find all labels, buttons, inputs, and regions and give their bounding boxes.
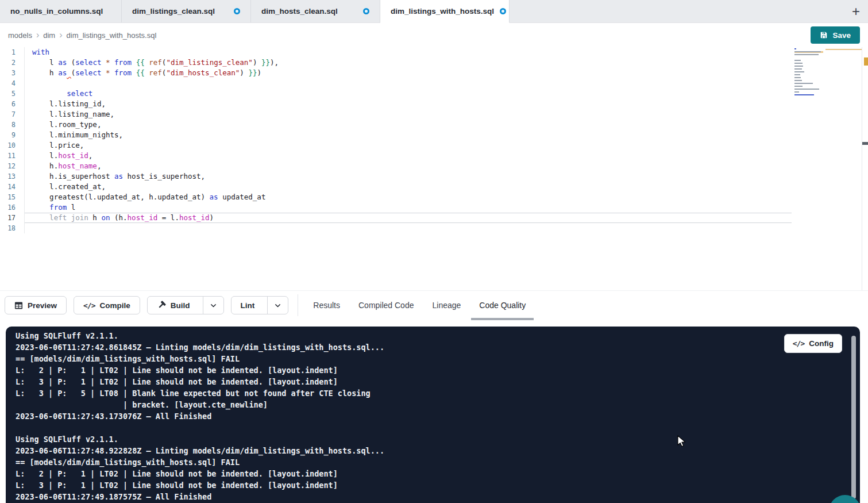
minimap-line: [794, 91, 823, 93]
table-icon: [14, 301, 23, 310]
code-line-text: l.listing_id,: [32, 99, 106, 109]
code-line[interactable]: 3 h as (select * from {{ ref("dim_hosts_…: [0, 68, 868, 78]
code-line-text: l as (select * from {{ ref("dim_listings…: [32, 57, 279, 68]
code-line[interactable]: 16 from l: [0, 202, 868, 213]
lint-dropdown-button[interactable]: [267, 297, 288, 314]
build-dropdown-button[interactable]: [203, 297, 223, 314]
editor-header: models›dim›dim_listings_with_hosts.sql S…: [0, 23, 868, 47]
code-line[interactable]: 18: [0, 223, 868, 233]
editor-tab[interactable]: dim_listings_with_hosts.sql: [380, 0, 510, 23]
code-line-text: h.host_name,: [32, 161, 101, 171]
unsaved-indicator-icon: [363, 8, 369, 14]
code-line[interactable]: 10 l.price,: [0, 140, 868, 151]
code-line-text: select: [32, 89, 92, 99]
code-line[interactable]: 11 l.host_id,: [0, 151, 868, 161]
line-number: 3: [0, 68, 25, 78]
terminal-line: 2023-06-06T11:27:49.187575Z — All Finish…: [6, 491, 860, 502]
save-button-label: Save: [832, 31, 851, 40]
config-button[interactable]: </> Config: [784, 334, 842, 353]
minimap-bar: [794, 54, 819, 55]
editor-tab[interactable]: dim_listings_clean.sql: [122, 0, 251, 22]
save-icon: [820, 31, 828, 39]
breadcrumb-item: dim_listings_with_hosts.sql: [67, 31, 157, 40]
terminal-line: Using SQLFluff v2.1.1.: [6, 433, 860, 445]
editor-tab[interactable]: dim_hosts_clean.sql: [251, 0, 380, 22]
minimap-line: [794, 63, 823, 64]
hammer-icon: [157, 301, 166, 310]
terminal-line: [6, 422, 860, 433]
code-icon: </>: [793, 339, 804, 348]
tab-results[interactable]: Results: [304, 291, 349, 320]
code-line-text: h as (select * from {{ ref("dim_hosts_cl…: [32, 68, 261, 78]
minimap[interactable]: [794, 48, 823, 100]
tab-lineage[interactable]: Lineage: [423, 291, 470, 320]
line-number: 4: [0, 78, 25, 89]
terminal-line: | bracket. [layout.cte_newline]: [6, 399, 860, 410]
minimap-bar: [794, 71, 804, 72]
code-line[interactable]: 1with: [0, 47, 868, 57]
code-line[interactable]: 17 left join h on (h.host_id = l.host_id…: [0, 213, 868, 223]
build-button[interactable]: Build: [147, 296, 224, 314]
tab-compiled-code[interactable]: Compiled Code: [349, 291, 423, 320]
code-line-text: l.room_type,: [32, 120, 101, 130]
code-line-text: l.created_at,: [32, 182, 106, 192]
code-line[interactable]: 9 l.minimum_nights,: [0, 130, 868, 140]
breadcrumb-separator-icon: ›: [55, 30, 66, 40]
lint-button[interactable]: Lint: [231, 296, 289, 314]
line-number: 9: [0, 130, 25, 140]
terminal-line: Using SQLFluff v2.1.1.: [6, 330, 860, 341]
save-button[interactable]: Save: [811, 26, 860, 44]
chevron-down-icon: [210, 302, 217, 309]
minimap-line: [794, 66, 823, 67]
code-line-text: greatest(l.updated_at, h.updated_at) as …: [32, 192, 265, 202]
code-line[interactable]: 4: [0, 78, 868, 89]
editor-tab-label: dim_listings_with_hosts.sql: [391, 7, 494, 16]
compile-button[interactable]: </>Compile: [74, 296, 140, 314]
lint-output-terminal: Using SQLFluff v2.1.1.2023-06-06T11:27:4…: [6, 327, 860, 503]
lint-button-main[interactable]: Lint: [232, 297, 263, 314]
code-line[interactable]: 5 select: [0, 89, 868, 99]
terminal-line: == [models/dim/dim_listings_with_hosts.s…: [6, 456, 860, 468]
minimap-bar: [794, 83, 813, 84]
code-editor[interactable]: 1with2 l as (select * from {{ ref("dim_l…: [0, 47, 868, 290]
minimap-viewport-band: [825, 49, 862, 50]
tab-code-quality[interactable]: Code Quality: [470, 291, 535, 320]
build-button-label: Build: [171, 301, 190, 310]
minimap-bar: [794, 66, 803, 67]
preview-button[interactable]: Preview: [5, 296, 67, 314]
minimap-line: [794, 94, 823, 96]
code-line-text: from l: [32, 202, 75, 213]
terminal-line: L: 2 | P: 1 | LT02 | Line should not be …: [6, 364, 860, 376]
code-line[interactable]: 6 l.listing_id,: [0, 99, 868, 109]
code-line-text: left join h on (h.host_id = l.host_id): [32, 213, 214, 223]
code-line[interactable]: 8 l.room_type,: [0, 120, 868, 130]
code-line[interactable]: 14 l.created_at,: [0, 182, 868, 192]
line-number: 10: [0, 140, 25, 151]
breadcrumb-item: models: [8, 31, 32, 40]
bottom-toolbar: Preview</>CompileBuildLint ResultsCompil…: [0, 290, 868, 320]
terminal-line: 2023-06-06T11:27:43.173076Z — All Finish…: [6, 410, 860, 422]
editor-scrollbar-thumb[interactable]: [862, 142, 868, 145]
code-line[interactable]: 7 l.listing_name,: [0, 109, 868, 120]
minimap-line: [794, 86, 823, 87]
terminal-scrollbar[interactable]: [851, 336, 856, 499]
minimap-line: [794, 68, 823, 70]
compile-button-label: Compile: [100, 301, 130, 310]
new-tab-button[interactable]: +: [852, 5, 860, 18]
code-line[interactable]: 15 greatest(l.updated_at, h.updated_at) …: [0, 192, 868, 202]
code-line[interactable]: 12 h.host_name,: [0, 161, 868, 171]
tab-strip: no_nulls_in_columns.sqldim_listings_clea…: [0, 0, 868, 23]
breadcrumb: models›dim›dim_listings_with_hosts.sql: [8, 30, 156, 40]
editor-tab[interactable]: no_nulls_in_columns.sql: [0, 0, 122, 22]
code-line[interactable]: 2 l as (select * from {{ ref("dim_listin…: [0, 57, 868, 68]
line-number: 1: [0, 47, 25, 57]
code-icon: </>: [83, 301, 95, 310]
line-number: 17: [0, 213, 25, 223]
minimap-bar: [794, 51, 821, 52]
minimap-bar: [794, 74, 800, 75]
code-line[interactable]: 13 h.is_superhost as host_is_superhost,: [0, 171, 868, 182]
line-number: 16: [0, 202, 25, 213]
minimap-bar: [794, 91, 799, 93]
build-button-main[interactable]: Build: [148, 297, 198, 314]
breadcrumb-separator-icon: ›: [32, 30, 43, 40]
